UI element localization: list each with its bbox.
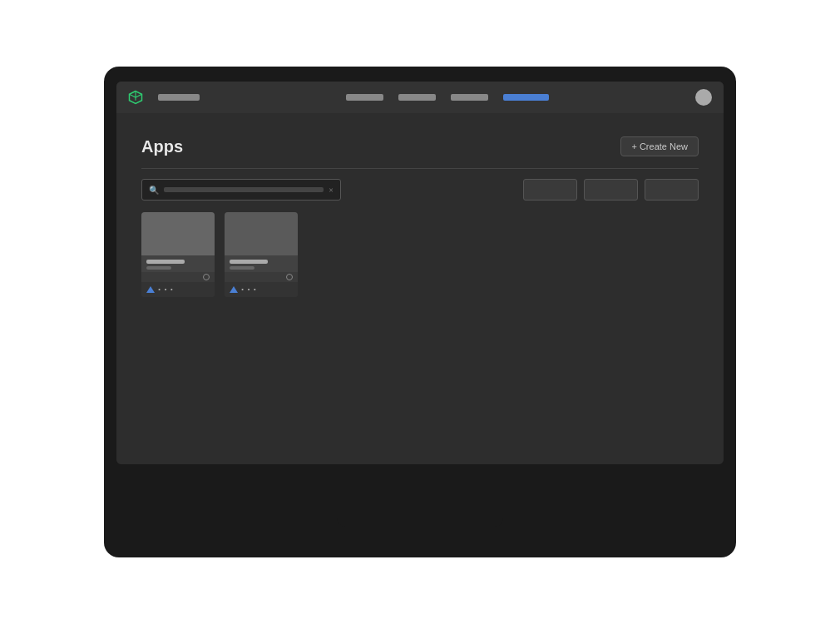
nav-item-1[interactable] — [158, 94, 200, 101]
app-card-sub-bar — [146, 266, 171, 270]
search-icon: 🔍 — [149, 186, 159, 195]
page-title: Apps — [141, 137, 183, 156]
search-row: 🔍 × — [141, 179, 699, 201]
app-menu-dots[interactable]: • • • — [241, 285, 257, 294]
monitor-stand-base — [337, 510, 503, 527]
app-logo-icon — [128, 90, 143, 105]
app-card-name-bar — [230, 260, 268, 264]
app-card-thumbnail — [141, 212, 215, 255]
filter-button-2[interactable] — [584, 179, 638, 201]
app-menu-dots[interactable]: • • • — [158, 285, 174, 294]
create-new-button[interactable]: + Create New — [620, 136, 699, 156]
app-card-status — [141, 272, 215, 282]
status-dot — [203, 274, 210, 280]
nav-item-2[interactable] — [346, 94, 383, 101]
app-card-thumbnail — [225, 212, 298, 255]
search-clear-button[interactable]: × — [329, 186, 334, 195]
filter-button-3[interactable] — [645, 179, 699, 201]
app-card[interactable]: • • • — [225, 212, 298, 297]
app-card-sub-bar — [230, 266, 254, 270]
header-divider — [141, 168, 699, 169]
navbar — [116, 82, 724, 113]
nav-item-5[interactable] — [503, 94, 549, 101]
app-card-name-bar — [146, 260, 185, 264]
app-card[interactable]: • • • — [141, 212, 215, 297]
status-dot — [286, 274, 293, 280]
app-card-footer: • • • — [225, 282, 298, 297]
page-content: Apps + Create New 🔍 × — [116, 113, 724, 464]
page-header: Apps + Create New — [141, 136, 699, 156]
nav-item-3[interactable] — [398, 94, 436, 101]
app-card-info — [225, 255, 298, 272]
filter-button-1[interactable] — [523, 179, 577, 201]
monitor-screen: Apps + Create New 🔍 × — [116, 82, 724, 464]
app-card-footer: • • • — [141, 282, 215, 297]
search-input-placeholder — [164, 187, 324, 192]
app-card-info — [141, 255, 215, 272]
app-card-status — [225, 272, 298, 282]
app-warning-icon — [146, 286, 155, 293]
user-avatar[interactable] — [695, 89, 712, 106]
search-box[interactable]: 🔍 × — [141, 179, 341, 201]
monitor: Apps + Create New 🔍 × — [104, 67, 736, 557]
monitor-stand-neck — [387, 464, 453, 510]
app-warning-icon — [230, 286, 238, 293]
apps-grid: • • • • • • — [141, 212, 699, 297]
nav-item-4[interactable] — [451, 94, 488, 101]
